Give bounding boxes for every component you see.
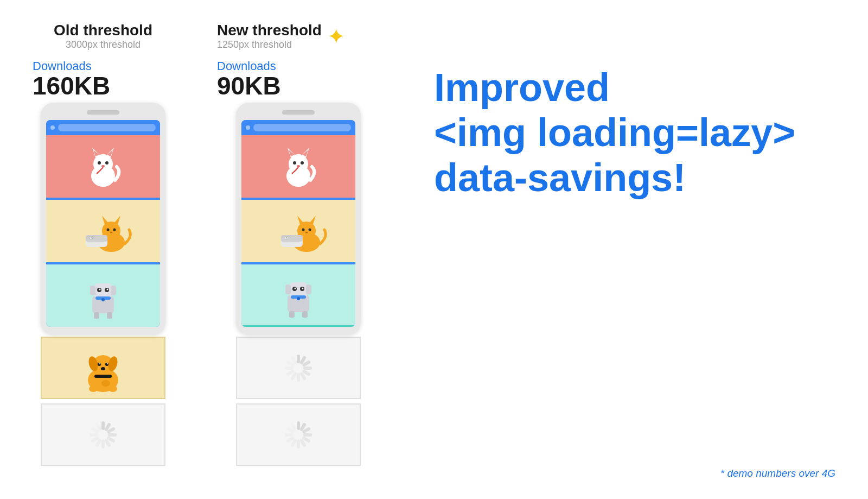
- new-image-slot-cat-red: [241, 135, 355, 198]
- svg-point-8: [101, 165, 105, 167]
- svg-point-19: [91, 237, 92, 238]
- new-below-phone-image-1-loading: [236, 337, 361, 399]
- demo-note: * demo numbers over 4G: [720, 468, 835, 479]
- main-container: Old threshold 3000px threshold Downloads…: [0, 0, 868, 499]
- new-cat-red-illustration: [271, 142, 326, 191]
- browser-url-bar: [58, 124, 156, 131]
- old-threshold-header: Old threshold 3000px threshold: [33, 22, 174, 50]
- svg-rect-48: [108, 433, 117, 437]
- dog-teal-illustration: [76, 271, 130, 320]
- improved-line2: <img loading=lazy>: [434, 111, 795, 154]
- svg-rect-104: [303, 433, 312, 437]
- old-phone-mockup: [41, 103, 165, 334]
- svg-rect-101: [297, 421, 300, 430]
- svg-point-70: [302, 228, 305, 231]
- svg-rect-98: [285, 367, 293, 370]
- browser-bar: [46, 120, 160, 135]
- svg-rect-79: [285, 285, 291, 294]
- dog-yellow-illustration: [71, 341, 136, 395]
- improved-heading: Improved <img loading=lazy> data-savings…: [434, 65, 835, 200]
- svg-point-26: [99, 288, 101, 290]
- svg-point-15: [110, 231, 113, 233]
- svg-point-43: [108, 386, 117, 392]
- svg-rect-23: [111, 286, 116, 295]
- below-phone-image-2-loading: [41, 403, 165, 466]
- old-threshold-title: Old threshold: [33, 22, 174, 39]
- svg-point-84: [302, 288, 304, 289]
- loading-spinner-new-2: [282, 419, 315, 451]
- svg-rect-87: [289, 311, 295, 318]
- svg-rect-89: [297, 355, 300, 363]
- svg-point-29: [101, 298, 105, 301]
- svg-point-64: [301, 161, 304, 165]
- new-image-slot-cat-yellow: [241, 200, 355, 262]
- svg-rect-107: [297, 440, 300, 449]
- svg-rect-41: [94, 375, 112, 378]
- svg-point-63: [293, 161, 296, 165]
- new-threshold-sub: 1250px threshold: [217, 39, 322, 50]
- svg-point-1: [93, 154, 113, 174]
- browser-dot-1: [50, 125, 55, 130]
- svg-rect-92: [303, 367, 312, 370]
- svg-rect-51: [101, 440, 105, 449]
- loading-spinner-old: [87, 419, 119, 451]
- svg-point-83: [295, 288, 296, 289]
- new-browser-dot-1: [246, 125, 250, 130]
- svg-point-14: [113, 228, 116, 231]
- old-threshold-column: Old threshold 3000px threshold Downloads…: [33, 22, 174, 468]
- old-threshold-sub: 3000px threshold: [33, 39, 174, 50]
- new-image-slot-dog-teal: [241, 264, 355, 327]
- svg-rect-54: [90, 433, 98, 437]
- svg-rect-30: [94, 312, 99, 319]
- new-threshold-column: New threshold 1250px threshold ✦ Downloa…: [217, 22, 380, 468]
- below-phone-image-1: [41, 337, 165, 399]
- new-cat-yellow-illustration: [266, 207, 331, 256]
- svg-point-6: [98, 161, 101, 165]
- svg-marker-68: [297, 216, 304, 224]
- new-phone-mockup: [236, 103, 361, 334]
- old-downloads-size: 160KB: [33, 73, 110, 98]
- svg-point-72: [305, 231, 308, 233]
- new-dog-teal-illustration: [271, 270, 326, 319]
- new-downloads-size: 90KB: [217, 73, 281, 98]
- svg-rect-78: [290, 282, 307, 298]
- svg-point-58: [289, 154, 308, 174]
- svg-point-13: [107, 228, 110, 231]
- new-phone-screen: [241, 120, 355, 327]
- svg-point-36: [98, 363, 101, 366]
- new-threshold-header: New threshold 1250px threshold ✦: [217, 22, 380, 50]
- svg-point-40: [101, 367, 105, 370]
- svg-point-27: [107, 288, 108, 290]
- svg-point-65: [297, 165, 300, 167]
- svg-rect-17: [86, 235, 107, 242]
- new-threshold-title: New threshold: [217, 22, 322, 39]
- svg-point-37: [105, 363, 108, 366]
- svg-point-39: [107, 363, 108, 364]
- svg-marker-69: [309, 216, 316, 224]
- svg-marker-11: [102, 216, 108, 224]
- svg-point-44: [101, 380, 110, 387]
- new-downloads-stats: Downloads 90KB: [217, 59, 281, 98]
- improved-line1: Improved: [434, 66, 610, 109]
- image-slot-dog-teal: [46, 264, 160, 327]
- loading-spinner-new-1: [282, 352, 315, 384]
- svg-point-7: [105, 161, 108, 165]
- new-browser-bar: [241, 120, 355, 135]
- svg-marker-12: [114, 216, 120, 224]
- new-below-phone-image-2-loading: [236, 403, 361, 466]
- new-phone-notch: [282, 110, 315, 115]
- cat-red-illustration: [76, 142, 130, 191]
- old-downloads-stats: Downloads 160KB: [33, 59, 110, 98]
- image-slot-cat-yellow: [46, 200, 160, 262]
- phone-notch: [87, 110, 119, 115]
- svg-rect-31: [107, 312, 112, 319]
- svg-point-76: [286, 237, 288, 238]
- svg-rect-74: [281, 235, 303, 242]
- svg-point-38: [99, 363, 100, 364]
- phone-screen: [46, 120, 160, 327]
- improved-line3: data-savings!: [434, 156, 686, 199]
- new-browser-url-bar: [253, 124, 351, 131]
- svg-rect-22: [90, 286, 95, 295]
- image-slot-cat-red: [46, 135, 160, 198]
- svg-point-86: [297, 297, 300, 300]
